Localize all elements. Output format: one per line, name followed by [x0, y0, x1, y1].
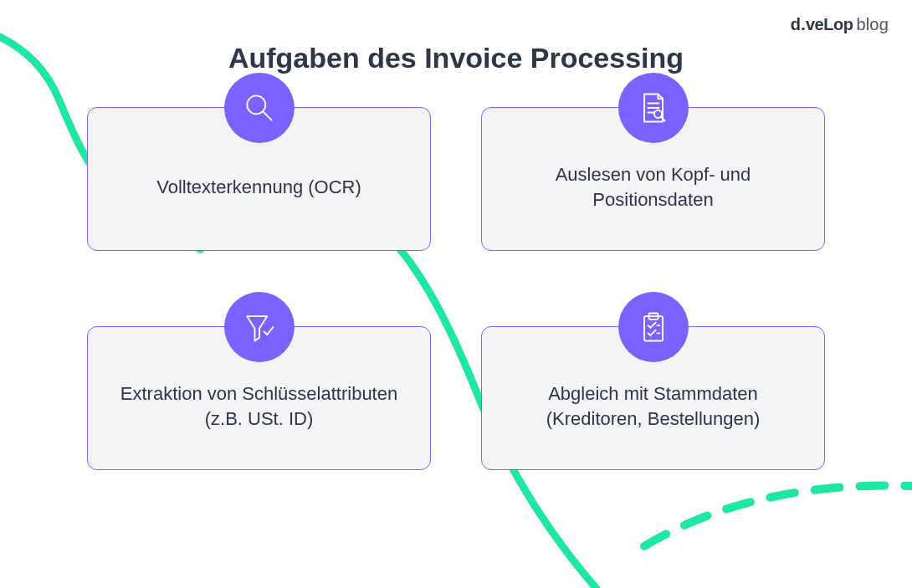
cards-grid: Volltexterkennung (OCR) Auslesen von Kop… — [87, 107, 825, 470]
svg-line-1 — [263, 112, 271, 120]
page-title: Aufgaben des Invoice Processing — [0, 42, 912, 74]
brand-d: d. — [791, 15, 806, 33]
magnifier-icon — [224, 73, 295, 143]
card-label: Extraktion von Schlüsselattributen (z.B.… — [120, 381, 397, 431]
brand-logo: d.veLopblog — [791, 15, 889, 34]
funnel-check-icon — [224, 292, 295, 362]
clipboard-check-icon — [618, 292, 689, 362]
card-label: Auslesen von Kopf- und Positionsdaten — [556, 162, 751, 212]
card-master-data-match: Abgleich mit Stammdaten (Kreditoren, Bes… — [481, 326, 825, 470]
card-key-attributes: Extraktion von Schlüsselattributen (z.B.… — [87, 326, 431, 470]
card-header-position-data: Auslesen von Kopf- und Positionsdaten — [481, 107, 825, 251]
card-label: Abgleich mit Stammdaten (Kreditoren, Bes… — [546, 381, 761, 431]
brand-velop: veLop — [806, 15, 853, 33]
card-ocr: Volltexterkennung (OCR) — [87, 107, 431, 251]
brand-blog: blog — [856, 15, 889, 33]
document-search-icon — [618, 73, 689, 143]
card-label: Volltexterkennung (OCR) — [156, 175, 361, 200]
